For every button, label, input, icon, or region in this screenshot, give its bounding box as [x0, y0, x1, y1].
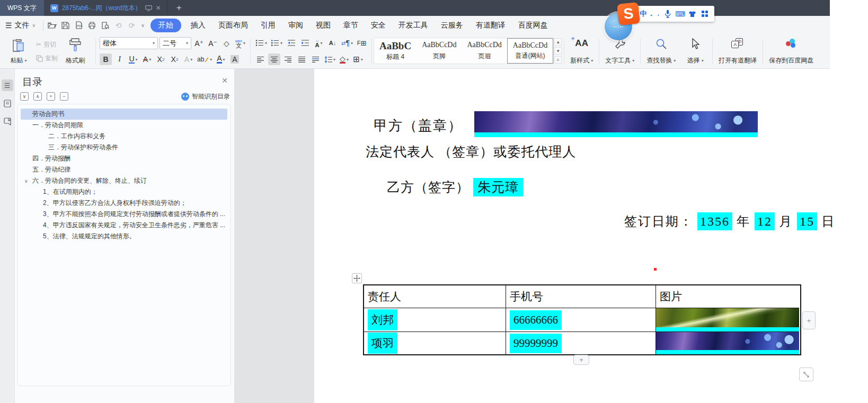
- youdao-translate-button[interactable]: 中 A 打开有道翻译: [714, 37, 761, 68]
- toc-item[interactable]: 4、甲方违反国家有关规定，劳动安全卫生条件恶劣，严重危害 ...: [21, 220, 227, 231]
- table-cell-phone[interactable]: 99999999: [506, 332, 656, 354]
- select-button[interactable]: 选择▾: [680, 37, 711, 68]
- toc-item[interactable]: 劳动合同书: [21, 109, 227, 120]
- baidu-pan-button[interactable]: 保存到百度网盘: [765, 37, 818, 68]
- toc-item[interactable]: 3、甲方不能按照本合同规定支付劳动报酬或者提供劳动条件的 ...: [21, 209, 227, 220]
- paste-button[interactable]: 粘贴▾: [3, 37, 34, 68]
- align-center-button[interactable]: [268, 53, 280, 65]
- toc-collapse-all-button[interactable]: −: [60, 92, 68, 101]
- redo-icon[interactable]: ⟳: [125, 19, 138, 32]
- highlight-color-button[interactable]: ab▾: [196, 53, 213, 65]
- table-move-handle[interactable]: [352, 273, 362, 283]
- bullet-list-button[interactable]: ▾: [254, 37, 268, 49]
- font-size-select[interactable]: 二号 ▾: [160, 37, 191, 49]
- style-heading4[interactable]: AaBbC 标题 4: [374, 38, 417, 64]
- table-cell-name[interactable]: 刘邦: [364, 308, 506, 332]
- toc-item[interactable]: 二．工作内容和义务: [21, 131, 227, 142]
- toc-item[interactable]: 五．劳动纪律: [21, 164, 227, 175]
- text-effects-button[interactable]: A▾: [182, 53, 194, 65]
- style-header[interactable]: AaBbCcDd 页眉: [462, 38, 507, 64]
- sign-date-day[interactable]: 15: [797, 212, 817, 230]
- gallery-down-icon[interactable]: ▼: [554, 47, 562, 55]
- superscript-button[interactable]: X2: [155, 53, 167, 65]
- table-header-name[interactable]: 责任人: [364, 285, 506, 308]
- file-menu-button[interactable]: ☰ 文件 ∨: [0, 21, 41, 30]
- toc-item[interactable]: 5、法律、法规规定的其他情形。: [21, 231, 227, 242]
- find-replace-button[interactable]: 查找替换▾: [642, 37, 680, 68]
- toc-expand-all-button[interactable]: +: [47, 92, 55, 101]
- table-header-image[interactable]: 图片: [656, 285, 799, 308]
- toolbox-grid-icon[interactable]: [699, 8, 710, 19]
- tab-youdao[interactable]: 有道翻译: [470, 18, 512, 33]
- print-preview-icon[interactable]: [99, 19, 112, 32]
- tab-cloud[interactable]: 云服务: [435, 18, 470, 33]
- clear-format-icon[interactable]: ◇: [220, 38, 233, 49]
- print-icon[interactable]: [85, 19, 99, 32]
- line-spacing-button[interactable]: ▾: [323, 53, 336, 65]
- justify-button[interactable]: [296, 53, 308, 65]
- table-cell-phone[interactable]: 66666666: [506, 308, 656, 332]
- toc-item[interactable]: ∨ 六．劳动合同的变更、解除、终止、续订: [21, 175, 227, 186]
- ime-punctuation-icon[interactable]: 。，: [650, 8, 661, 19]
- sign-date-year[interactable]: 1356: [697, 212, 732, 230]
- increase-indent-button[interactable]: [299, 37, 311, 49]
- new-tab-button[interactable]: +: [168, 0, 190, 16]
- character-scale-button[interactable]: ↔A ▾: [313, 37, 325, 49]
- month-suffix[interactable]: 月: [779, 214, 793, 228]
- toc-item[interactable]: 三．劳动保护和劳动条件: [21, 142, 227, 153]
- table-header-phone[interactable]: 手机号: [506, 285, 656, 308]
- app-tab[interactable]: WPS 文字: [0, 0, 44, 16]
- distribute-button[interactable]: [309, 53, 322, 65]
- table-resize-handle[interactable]: [799, 368, 813, 381]
- sort-button[interactable]: A↓: [326, 37, 339, 49]
- legal-representative-label[interactable]: 法定代表人 （签章）或委托代理人: [366, 143, 576, 160]
- underline-button[interactable]: U▾: [127, 53, 139, 65]
- format-painter-button[interactable]: 格式刷: [60, 37, 91, 68]
- export-pdf-icon[interactable]: PDF: [72, 19, 85, 32]
- toc-item[interactable]: 一．劳动合同期限: [21, 120, 227, 131]
- chevron-down-icon[interactable]: ∨: [24, 178, 28, 184]
- style-normal-web[interactable]: AaBbCcDd 普通(网站): [507, 38, 553, 64]
- day-suffix[interactable]: 日: [821, 214, 835, 228]
- close-icon[interactable]: ✕: [222, 76, 228, 85]
- party-a-label[interactable]: 甲方（盖章）: [374, 117, 463, 135]
- tab-review[interactable]: 审阅: [282, 18, 309, 33]
- quickbar-more-icon[interactable]: ∨: [138, 23, 147, 28]
- party-b-name[interactable]: 朱元璋: [473, 178, 523, 196]
- subscript-button[interactable]: X2: [169, 53, 181, 65]
- numbered-list-button[interactable]: ▾: [270, 37, 284, 49]
- keyboard-icon[interactable]: ⌨: [675, 8, 686, 19]
- gallery-more-icon[interactable]: ≡: [554, 56, 562, 64]
- open-folder-icon[interactable]: [46, 19, 59, 32]
- undo-icon[interactable]: ⟲: [112, 19, 125, 32]
- italic-button[interactable]: I: [113, 53, 126, 65]
- borders-button[interactable]: ⊞ ▾: [352, 53, 364, 65]
- cut-button[interactable]: ✂ 剪切: [36, 39, 58, 50]
- tab-developer[interactable]: 开发工具: [392, 18, 435, 33]
- tab-insert[interactable]: 插入: [184, 18, 212, 33]
- add-row-button[interactable]: +: [573, 355, 589, 365]
- tab-view[interactable]: 视图: [309, 18, 337, 33]
- toc-item[interactable]: 2、甲方以侵害乙方合法人身权利手段强迫劳动的；: [21, 198, 227, 209]
- bookmark-pane-icon[interactable]: [2, 115, 13, 127]
- tab-references[interactable]: 引用: [254, 18, 282, 33]
- toc-item[interactable]: 1、在试用期内的；: [21, 186, 227, 198]
- bold-button[interactable]: B: [100, 53, 112, 65]
- sign-date-label[interactable]: 签订日期：: [624, 214, 693, 228]
- character-shading-button[interactable]: A: [228, 53, 241, 65]
- tab-section[interactable]: 章节: [337, 18, 365, 33]
- tab-baidu-pan[interactable]: 百度网盘: [512, 18, 554, 33]
- toc-collapse-up-button[interactable]: ∧: [33, 92, 42, 101]
- decrease-indent-button[interactable]: [285, 37, 297, 49]
- increase-font-button[interactable]: A⁺: [193, 38, 205, 49]
- document-tab[interactable]: W 2875fab6-...同（word范本） ✕: [44, 0, 168, 16]
- pinyin-guide-button[interactable]: wén文 ▾: [234, 38, 246, 49]
- save-icon[interactable]: [59, 19, 72, 32]
- skin-shirt-icon[interactable]: [687, 8, 698, 19]
- shading-bucket-button[interactable]: ◇ ▾: [338, 53, 350, 65]
- responsibility-table[interactable]: 责任人 手机号 图片 刘邦 66666666 项羽 99999999: [363, 284, 801, 355]
- tab-page-layout[interactable]: 页面布局: [212, 18, 254, 33]
- text-tool-button[interactable]: 文字工具▾: [601, 37, 639, 68]
- align-right-button[interactable]: [282, 53, 294, 65]
- text-direction-grid-button[interactable]: F⊞: [356, 37, 368, 49]
